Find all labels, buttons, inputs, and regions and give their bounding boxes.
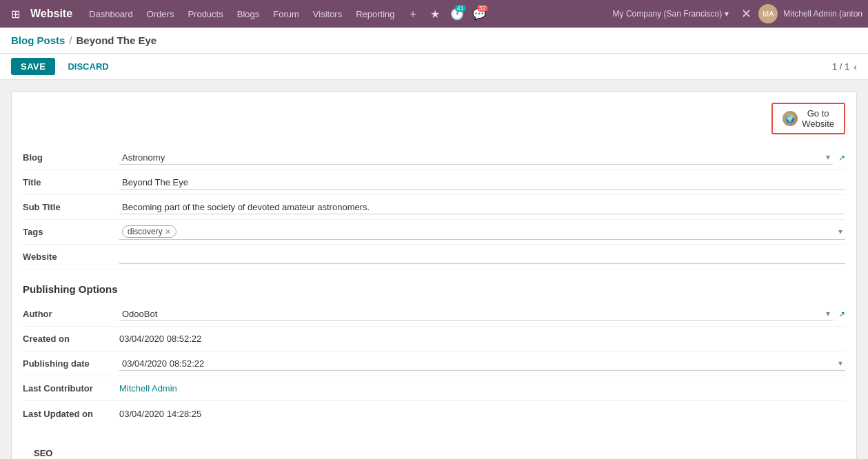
nav-forum[interactable]: Forum xyxy=(268,6,305,22)
tags-label: Tags xyxy=(23,227,119,237)
app-grid-icon[interactable]: ⊞ xyxy=(6,4,25,23)
subtitle-label: Sub Title xyxy=(23,202,119,212)
title-input[interactable] xyxy=(119,176,845,190)
tags-row: Tags discovery ✕ ▾ xyxy=(23,220,845,245)
chat-icon[interactable]: 💬 32 xyxy=(470,4,489,23)
blog-dropdown-arrow: ▾ xyxy=(826,152,830,162)
contributor-label: Last Contributor xyxy=(23,383,119,394)
created-value: 03/04/2020 08:52:22 xyxy=(119,334,845,344)
goto-website-label: Go toWebsite xyxy=(802,108,834,129)
contributor-row: Last Contributor Mitchell Admin xyxy=(23,376,845,401)
author-field[interactable]: OdooBot ▾ xyxy=(119,307,833,321)
contributor-link[interactable]: Mitchell Admin xyxy=(119,383,177,394)
author-label: Author xyxy=(23,309,119,319)
company-selector[interactable]: My Company (San Francisco) ▾ xyxy=(607,6,735,21)
main-content: 🌍 Go toWebsite Blog Astronomy ▾ ↗ Title … xyxy=(0,80,868,459)
action-bar: SAVE DISCARD 1 / 1 ‹ xyxy=(0,54,868,80)
blog-label: Blog xyxy=(23,152,119,163)
tab-bar: SEO xyxy=(23,442,845,459)
author-row: Author OdooBot ▾ ↗ xyxy=(23,302,845,327)
author-value: OdooBot xyxy=(122,309,826,319)
pubdate-row: Publishing date 03/04/2020 08:52:22 ▾ xyxy=(23,351,845,376)
website-field[interactable] xyxy=(119,250,845,264)
nav-products[interactable]: Products xyxy=(182,6,228,22)
title-row: Title xyxy=(23,170,845,195)
publishing-section-title: Publishing Options xyxy=(23,283,845,295)
website-input[interactable] xyxy=(119,250,845,264)
goto-website-row: 🌍 Go toWebsite xyxy=(23,103,845,134)
tags-dropdown-arrow: ▾ xyxy=(838,227,842,236)
updated-label: Last Updated on xyxy=(23,409,119,419)
save-button[interactable]: SAVE xyxy=(11,58,55,75)
breadcrumb-bar: Blog Posts / Beyond The Eye xyxy=(0,28,868,54)
nav-reporting[interactable]: Reporting xyxy=(350,6,400,22)
nav-blogs[interactable]: Blogs xyxy=(232,6,265,22)
clock-icon[interactable]: 🕐 41 xyxy=(447,4,467,23)
subtitle-field[interactable] xyxy=(119,201,845,214)
blog-external-link-icon[interactable]: ↗ xyxy=(838,153,845,163)
clock-badge: 41 xyxy=(455,5,466,12)
blog-value: Astronomy xyxy=(122,152,826,163)
breadcrumb-parent[interactable]: Blog Posts xyxy=(11,34,65,46)
author-external-link-icon[interactable]: ↗ xyxy=(838,309,845,319)
subtitle-input[interactable] xyxy=(119,201,845,214)
star-icon[interactable]: ★ xyxy=(425,4,445,23)
tag-remove-icon[interactable]: ✕ xyxy=(165,227,171,236)
title-label: Title xyxy=(23,177,119,187)
subtitle-row: Sub Title xyxy=(23,195,845,220)
form-card: 🌍 Go toWebsite Blog Astronomy ▾ ↗ Title … xyxy=(11,91,857,459)
goto-website-button[interactable]: 🌍 Go toWebsite xyxy=(771,103,845,134)
blog-row: Blog Astronomy ▾ ↗ xyxy=(23,145,845,170)
title-field[interactable] xyxy=(119,176,845,190)
updated-value: 03/04/2020 14:28:25 xyxy=(119,409,845,419)
tag-badge: discovery ✕ xyxy=(122,225,176,238)
add-icon[interactable]: ＋ xyxy=(403,4,423,23)
publishing-section: Publishing Options Author OdooBot ▾ ↗ Cr… xyxy=(23,283,845,426)
breadcrumb-current: Beyond The Eye xyxy=(77,34,157,46)
tab-seo[interactable]: SEO xyxy=(23,442,63,459)
pubdate-label: Publishing date xyxy=(23,358,119,369)
app-name: Website xyxy=(30,8,72,20)
created-row: Created on 03/04/2020 08:52:22 xyxy=(23,327,845,351)
globe-icon: 🌍 xyxy=(783,111,798,126)
website-label: Website xyxy=(23,252,119,262)
pubdate-value: 03/04/2020 08:52:22 xyxy=(122,358,838,369)
nav-dashboard[interactable]: Dashboard xyxy=(83,6,139,22)
website-row: Website xyxy=(23,245,845,269)
nav-visitors[interactable]: Visitors xyxy=(307,6,347,22)
blog-field[interactable]: Astronomy ▾ xyxy=(119,151,833,165)
created-label: Created on xyxy=(23,334,119,344)
updated-row: Last Updated on 03/04/2020 14:28:25 xyxy=(23,401,845,426)
chat-badge: 32 xyxy=(477,5,488,12)
top-navigation: ⊞ Website Dashboard Orders Products Blog… xyxy=(0,0,868,28)
breadcrumb-separator: / xyxy=(69,34,72,46)
tag-text: discovery xyxy=(128,227,163,236)
pubdate-field[interactable]: 03/04/2020 08:52:22 ▾ xyxy=(119,357,845,371)
pagination-text: 1 / 1 xyxy=(832,61,849,72)
close-button[interactable]: ✕ xyxy=(737,6,756,21)
company-dropdown-icon: ▾ xyxy=(725,9,729,19)
contributor-field: Mitchell Admin xyxy=(119,383,845,394)
nav-orders[interactable]: Orders xyxy=(141,6,180,22)
prev-page-arrow[interactable]: ‹ xyxy=(854,61,857,72)
discard-button[interactable]: DISCARD xyxy=(61,58,115,75)
company-name: My Company (San Francisco) xyxy=(613,9,723,19)
author-dropdown-arrow: ▾ xyxy=(826,309,830,318)
user-avatar[interactable]: MA xyxy=(758,4,778,23)
pubdate-dropdown-arrow: ▾ xyxy=(838,358,842,368)
user-name: Mitchell Admin (anton xyxy=(783,9,862,19)
tags-field[interactable]: discovery ✕ ▾ xyxy=(119,224,845,240)
pagination: 1 / 1 ‹ xyxy=(832,61,857,72)
